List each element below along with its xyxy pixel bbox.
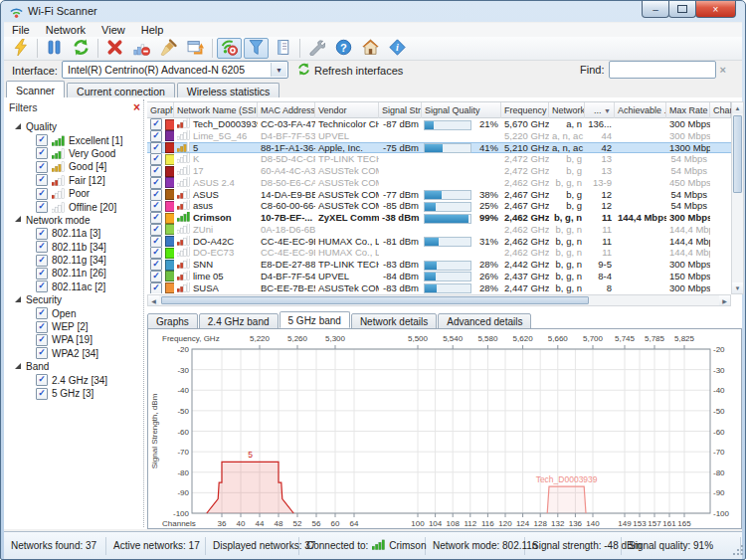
expander-icon[interactable] <box>15 216 21 222</box>
filter-item[interactable]: ✓Fair [12] <box>9 174 142 187</box>
refresh-button[interactable] <box>69 38 93 59</box>
close-filters-icon[interactable]: × <box>133 100 140 114</box>
column-header[interactable]: Chann... <box>710 102 732 118</box>
column-header[interactable]: Frequency <box>501 102 549 118</box>
table-row[interactable]: ✓DO-EC73CC-4E-EC-9E-...HUMAX Co., Ltd.2,… <box>147 247 731 259</box>
column-header[interactable]: Network ... <box>549 102 585 118</box>
tab-graphs[interactable]: Graphs <box>147 313 198 329</box>
checkbox[interactable]: ✓ <box>150 282 162 294</box>
panel-splitter[interactable] <box>143 99 144 527</box>
checkbox[interactable]: ✓ <box>150 142 162 154</box>
minimize-button[interactable]: – <box>642 1 669 18</box>
checkbox[interactable]: ✓ <box>150 118 162 130</box>
home-button[interactable] <box>358 38 383 59</box>
table-row[interactable]: ✓lime 05D4-BF-7F-54-...UPVEL-84 dBm26%2,… <box>147 271 731 282</box>
filter-item[interactable]: ✓2.4 GHz [34] <box>9 373 142 386</box>
expander-icon[interactable] <box>15 296 21 302</box>
column-header[interactable]: Signal Str... <box>379 102 422 118</box>
checkbox[interactable]: ✓ <box>150 189 162 201</box>
column-header[interactable]: Graph <box>147 102 174 118</box>
resize-grip[interactable] <box>731 545 743 557</box>
vertical-scroll-thumb[interactable] <box>733 115 742 193</box>
checkbox[interactable]: ✓ <box>150 259 162 271</box>
maximize-button[interactable] <box>668 1 696 18</box>
filter-item[interactable]: ✓Very Good <box>9 147 142 160</box>
menu-network[interactable]: Network <box>38 23 93 37</box>
filter-item[interactable]: ✓802.11n [26] <box>9 267 142 280</box>
delete-button[interactable] <box>102 38 127 59</box>
filter-group-band[interactable]: Band <box>9 360 142 373</box>
table-row[interactable]: ✓Tech_D0003939CC-03-FA-47-...Technicolor… <box>147 118 731 130</box>
checkbox[interactable]: ✓ <box>150 200 162 212</box>
checkbox[interactable]: ✓ <box>36 280 48 292</box>
refresh-interfaces-button[interactable]: Refresh interfaces <box>297 63 403 78</box>
checkbox[interactable]: ✓ <box>36 134 48 146</box>
menu-view[interactable]: View <box>93 23 133 37</box>
find-input[interactable] <box>609 61 716 79</box>
checkbox[interactable]: ✓ <box>150 247 162 259</box>
filter-group-network-mode[interactable]: Network mode <box>9 214 142 227</box>
expander-icon[interactable] <box>15 363 21 369</box>
table-row[interactable]: ✓DO-A42CCC-4E-EC-9B-...HUMAX Co., Ltd.-8… <box>147 236 731 248</box>
table-row[interactable]: ✓SNNE8-DE-27-88-...TP-LINK TECH...-83 dB… <box>147 259 731 271</box>
filter-item[interactable]: ✓5 GHz [3] <box>9 387 142 400</box>
filter-button[interactable] <box>244 38 269 59</box>
clear-button[interactable] <box>156 38 181 59</box>
scroll-left-icon[interactable]: ◀ <box>148 295 159 305</box>
filter-item[interactable]: ✓Open <box>9 306 142 319</box>
filter-item[interactable]: ✓Poor <box>9 187 142 200</box>
checkbox[interactable]: ✓ <box>36 321 48 333</box>
close-button[interactable]: × <box>695 1 736 18</box>
filter-item[interactable]: ✓WPA [19] <box>9 333 142 346</box>
filter-item[interactable]: ✓WEP [2] <box>9 320 142 333</box>
table-row[interactable]: ✓ASUS14-DA-E9-BB-...ASUSTek COM...-77 dB… <box>147 189 731 201</box>
tab-2-4-ghz-band[interactable]: 2.4 GHz band <box>199 313 279 329</box>
column-header[interactable]: Max Rate <box>666 102 710 118</box>
expander-icon[interactable] <box>15 123 21 129</box>
checkbox[interactable]: ✓ <box>36 307 48 319</box>
remove-network-button[interactable] <box>129 38 154 59</box>
filter-item[interactable]: ✓802.11a [3] <box>9 227 142 240</box>
checkbox[interactable]: ✓ <box>36 174 48 186</box>
checkbox[interactable]: ✓ <box>150 224 162 236</box>
filter-item[interactable]: ✓Excellent [1] <box>9 133 142 146</box>
tab-network-details[interactable]: Network details <box>351 313 437 329</box>
filter-item[interactable]: ✓WPA2 [34] <box>9 347 142 360</box>
help-button[interactable]: ? <box>331 38 356 59</box>
checkbox[interactable]: ✓ <box>36 388 48 400</box>
checkbox[interactable]: ✓ <box>150 153 162 165</box>
filter-item[interactable]: ✓802.11b [34] <box>9 241 142 254</box>
table-row[interactable]: ✓asusC8-60-00-66-...ASUSTek COM...-85 dB… <box>147 200 731 212</box>
checkbox[interactable]: ✓ <box>150 271 162 282</box>
report-button[interactable] <box>271 38 295 59</box>
column-header[interactable]: Network Name (SSID) <box>174 102 258 118</box>
filter-group-quality[interactable]: Quality <box>9 120 142 133</box>
checkbox[interactable]: ✓ <box>36 347 48 359</box>
filter-item[interactable]: ✓802.11ac [2] <box>9 280 142 293</box>
table-row[interactable]: ✓SUSABC-EE-7B-E5-...ASUSTek COM...-83 dB… <box>147 282 731 294</box>
table-row[interactable]: ✓Lime_5G_46D4-BF-7F-53-...UPVEL5,220 GHz… <box>147 130 731 142</box>
filter-item[interactable]: ✓Offline [20] <box>9 200 142 213</box>
tab-current-connection[interactable]: Current connection <box>67 83 175 98</box>
table-row[interactable]: ✓588-1F-A1-36-...Apple, Inc.-75 dBm41%5,… <box>147 142 731 154</box>
scroll-down-icon[interactable]: ▼ <box>732 282 743 293</box>
clear-find-icon[interactable]: × <box>720 64 726 76</box>
checkbox[interactable]: ✓ <box>150 130 162 142</box>
column-header[interactable]: Achievable ... <box>615 102 666 118</box>
filter-group-security[interactable]: Security <box>9 293 142 306</box>
scan-button[interactable] <box>8 38 33 59</box>
table-row[interactable]: ✓ASUS 2.4D8-50-E6-CA-...ASUSTek COM...2,… <box>147 177 731 189</box>
about-button[interactable]: i <box>385 38 410 59</box>
checkbox[interactable]: ✓ <box>36 161 48 173</box>
checkbox[interactable]: ✓ <box>36 268 48 280</box>
export-button[interactable] <box>183 38 208 59</box>
tab-5-ghz-band[interactable]: 5 GHz band <box>280 311 350 328</box>
scroll-up-icon[interactable]: ▲ <box>732 102 743 113</box>
pause-button[interactable] <box>42 38 67 59</box>
horizontal-scroll-thumb[interactable] <box>161 296 589 304</box>
checkbox[interactable]: ✓ <box>36 228 48 240</box>
horizontal-scrollbar[interactable]: ◀ ▶ <box>147 294 731 306</box>
chevron-down-icon[interactable]: ▼ <box>271 63 286 77</box>
table-row[interactable]: ✓ZUni0A-18-D6-6B-...2,462 GHzb, g, n1114… <box>147 224 731 236</box>
interface-select[interactable]: Intel(R) Centrino(R) Advanced-N 6205 ▼ <box>62 61 288 79</box>
